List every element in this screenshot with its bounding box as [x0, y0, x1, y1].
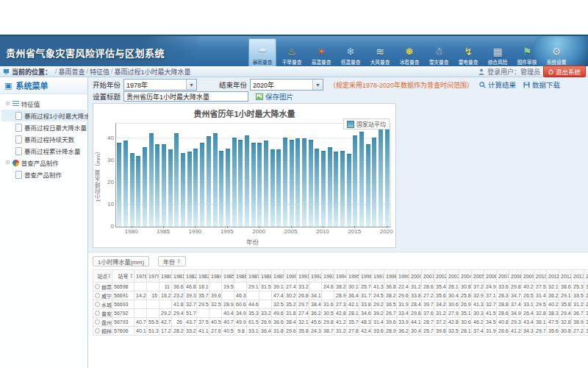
nav-settings[interactable]: ⚙系统设置 — [542, 38, 570, 66]
tree-group[interactable]: ⊙普查产品制作 — [1, 157, 86, 169]
column-header-year-1996[interactable]: 1996 — [359, 270, 372, 283]
nav-high-temp[interactable]: ☀高温普查 — [307, 38, 335, 66]
nav-snow[interactable]: ☃雪灾普查 — [425, 38, 453, 66]
value-cell: 33.8 — [409, 291, 422, 300]
nav-wind[interactable]: ≋大风普查 — [366, 38, 394, 66]
year-group-chip[interactable]: 年份 ▲▼ — [158, 256, 185, 266]
logout-button[interactable]: 退出系统 — [543, 66, 586, 77]
value-cell: 25.3 — [572, 283, 584, 291]
tree-item[interactable]: 暴雨过程累计降水量 — [1, 145, 86, 157]
tree-toggle-icon[interactable]: ⊙ — [5, 101, 10, 107]
table-row[interactable]: 普安5679229.229.451.740.434.935.333.249.63… — [93, 309, 588, 318]
nav-drought[interactable]: ♨干旱普查 — [278, 38, 306, 66]
end-year-select[interactable]: 2020年 ▼ — [250, 79, 323, 91]
station-name: 威宁 — [95, 292, 110, 300]
nav-comprehensive-risk[interactable]: ▦综合风险 — [484, 38, 512, 66]
value-cell: 28.9 — [334, 291, 347, 300]
nav-hail[interactable]: ❅冰雹普查 — [395, 38, 423, 66]
column-header-year-1991[interactable]: 1991 — [297, 270, 309, 283]
column-header-year-2006[interactable]: 2006 — [484, 270, 497, 283]
nav-lightning[interactable]: ↯雷电普查 — [454, 38, 482, 66]
column-header-year-2003[interactable]: 2003 — [447, 270, 459, 283]
column-header-year-2011[interactable]: 2011 — [547, 270, 559, 283]
query-row-1: 开始年份 1978年 ▼ 结束年份 2020年 ▼ （规定采用1978-2020… — [93, 79, 588, 91]
column-header-year-1978[interactable]: 1978 — [135, 270, 147, 283]
column-header-year-2008[interactable]: 2008 — [509, 270, 522, 283]
column-header-year-1984[interactable]: 1984 — [209, 270, 222, 283]
table-row[interactable]: 盘州5679340.755.542.72643.737.540.540.749.… — [93, 318, 588, 327]
column-header-year-1988[interactable]: 1988 — [259, 270, 272, 283]
column-header-year-2002[interactable]: 2002 — [434, 270, 447, 283]
data-download-button[interactable]: 数据下载 — [523, 79, 560, 90]
value-cell: 42.8 — [447, 318, 459, 327]
column-header-year-1983[interactable]: 1983 — [197, 270, 209, 283]
tree-group[interactable]: ⊙特征值 — [1, 98, 86, 110]
column-header-year-1990[interactable]: 1990 — [284, 270, 297, 283]
nav-low-temp[interactable]: ❄低温普查 — [337, 38, 365, 66]
breadcrumb-item[interactable]: 暴雨过程1小时最大降水量 — [115, 67, 191, 77]
value-cell: 41.3 — [472, 300, 484, 309]
column-header-year-2005[interactable]: 2005 — [472, 270, 484, 283]
tree-item[interactable]: 普查产品制作 — [1, 169, 86, 180]
tree-toggle-icon[interactable]: ⊙ — [5, 160, 10, 166]
column-header-year-2001[interactable]: 2001 — [422, 270, 434, 283]
tree-item[interactable]: 暴雨过程持续天数 — [1, 133, 86, 145]
row-expand-icon[interactable] — [95, 311, 100, 316]
column-header-year-1979[interactable]: 1979 — [147, 270, 159, 283]
table-row[interactable]: 威宁5669114.21516.223.239.335.739.646.347.… — [93, 291, 588, 300]
column-header-year-2010[interactable]: 2010 — [534, 270, 547, 283]
column-header-year-1989[interactable]: 1989 — [272, 270, 284, 283]
breadcrumb-item[interactable]: 暴雨普查 — [59, 67, 85, 77]
calculate-button[interactable]: 计算结果 — [479, 79, 516, 90]
column-header-year-2014[interactable]: 2014 — [584, 270, 588, 283]
column-header-year-1987[interactable]: 1987 — [247, 270, 259, 283]
tree-item[interactable]: 暴雨过程日最大降水量 — [1, 121, 86, 133]
row-expand-icon[interactable] — [95, 302, 100, 307]
column-header-year-2000[interactable]: 2000 — [409, 270, 422, 283]
column-header-year-1982[interactable]: 1982 — [184, 270, 197, 283]
value-cell: 41.1 — [197, 327, 209, 336]
start-year-select[interactable]: 1978年 ▼ — [123, 79, 197, 91]
breadcrumb-item[interactable]: 特征值 — [90, 67, 110, 77]
table-row[interactable]: 桐梓5760640.151.317.228.233.241.127.640.59… — [93, 327, 588, 336]
column-header-year-1999[interactable]: 1999 — [397, 270, 409, 283]
column-header-year-1985[interactable]: 1985 — [222, 270, 234, 283]
value-unit-chip[interactable]: 1小时降水量(mm) — [93, 256, 149, 266]
save-image-button[interactable]: 保存图片 — [256, 91, 293, 102]
row-expand-icon[interactable] — [95, 328, 100, 333]
table-row[interactable]: 赫章565981136.646.818.119.529.131.539.127.… — [93, 283, 588, 291]
nav-rainstorm[interactable]: ☂暴雨普查 — [248, 38, 276, 66]
chart-legend[interactable]: 国家站平均 — [343, 118, 390, 130]
value-cell: 41.3 — [372, 283, 384, 291]
value-cell: 33.5 — [572, 291, 584, 300]
column-header-year-1997[interactable]: 1997 — [372, 270, 384, 283]
column-header-year-1980[interactable]: 1980 — [159, 270, 172, 283]
value-cell: 44.6 — [247, 300, 259, 309]
chart-title-input[interactable] — [123, 91, 248, 102]
row-expand-icon[interactable] — [95, 284, 100, 289]
value-cell: 24.6 — [322, 283, 334, 291]
column-header-year-2009[interactable]: 2009 — [522, 270, 534, 283]
row-expand-icon[interactable] — [95, 293, 100, 298]
column-header-year-1981[interactable]: 1981 — [172, 270, 184, 283]
station-name-cell: 普安 — [93, 309, 112, 318]
column-header-year-2012[interactable]: 2012 — [559, 270, 572, 283]
row-expand-icon[interactable] — [95, 319, 100, 325]
station-name: 普安 — [95, 310, 110, 317]
column-header-year-2007[interactable]: 2007 — [497, 270, 509, 283]
column-header-year-2013[interactable]: 2013 — [572, 270, 584, 283]
drought-icon: ♨ — [287, 46, 297, 57]
bar-1997 — [238, 140, 243, 227]
column-header-year-1994[interactable]: 1994 — [334, 270, 347, 283]
column-header-year-1995[interactable]: 1995 — [347, 270, 359, 283]
column-header-station[interactable]: 站点▲▼ — [93, 270, 112, 283]
column-header-year-1986[interactable]: 1986 — [234, 270, 247, 283]
column-header-year-1992[interactable]: 1992 — [309, 270, 322, 283]
tree-item[interactable]: 暴雨过程1小时最大降水量 — [1, 110, 86, 121]
column-header-year-2004[interactable]: 2004 — [459, 270, 472, 283]
column-header-station-id[interactable]: 站号▲▼ — [112, 270, 135, 283]
column-header-year-1998[interactable]: 1998 — [384, 270, 397, 283]
table-row[interactable]: 水城5669341.832.729.532.528.960.644.632.53… — [93, 300, 588, 309]
nav-map-review[interactable]: ⚑图件审核 — [513, 38, 541, 66]
column-header-year-1993[interactable]: 1993 — [322, 270, 334, 283]
